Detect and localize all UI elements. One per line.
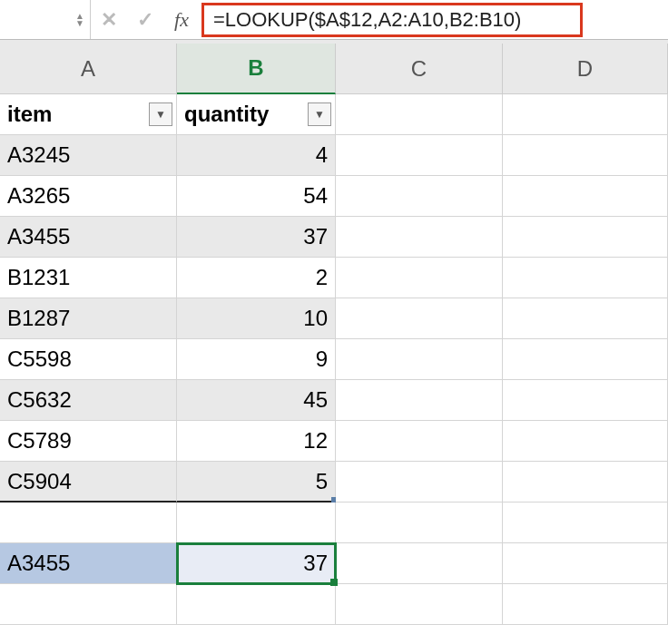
cell-empty[interactable]: [503, 94, 668, 135]
cell-empty[interactable]: [336, 421, 503, 462]
formula-input-wrap: =LOOKUP($A$12,A2:A10,B2:B10): [200, 0, 668, 39]
accept-button[interactable]: ✓: [127, 0, 163, 39]
cell-empty[interactable]: [503, 258, 668, 298]
cell-empty[interactable]: [336, 298, 503, 339]
spreadsheet-grid[interactable]: item ▼ quantity ▼ A3245 4 A3265 54 A3455…: [0, 94, 668, 625]
table-row: A3265 54: [0, 176, 668, 217]
cell-item[interactable]: B1287: [0, 298, 177, 339]
lookup-row: A3455 37: [0, 543, 668, 584]
cell-item[interactable]: C5598: [0, 339, 177, 380]
cell-empty[interactable]: [503, 503, 668, 543]
header-quantity[interactable]: quantity ▼: [177, 94, 336, 135]
filter-quantity-button[interactable]: ▼: [308, 102, 331, 126]
cell-empty[interactable]: [503, 217, 668, 258]
cell-empty[interactable]: [336, 135, 503, 176]
cell-quantity[interactable]: 2: [177, 258, 336, 298]
cell-empty[interactable]: [503, 339, 668, 380]
table-header-row: item ▼ quantity ▼: [0, 94, 668, 135]
filter-item-button[interactable]: ▼: [149, 102, 172, 126]
lookup-key-cell[interactable]: A3455: [0, 543, 177, 584]
formula-input[interactable]: =LOOKUP($A$12,A2:A10,B2:B10): [201, 3, 583, 37]
table-row: C5632 45: [0, 380, 668, 421]
cell-empty[interactable]: [336, 584, 503, 625]
fx-label[interactable]: fx: [163, 0, 200, 39]
header-item[interactable]: item ▼: [0, 94, 177, 135]
col-header-A[interactable]: A: [0, 44, 177, 94]
name-box-spinner[interactable]: ▲ ▼: [75, 13, 84, 27]
cell-empty[interactable]: [336, 94, 503, 135]
table-row: [0, 503, 668, 543]
cell-quantity[interactable]: 9: [177, 339, 336, 380]
table-row: C5598 9: [0, 339, 668, 380]
cell-empty[interactable]: [503, 176, 668, 217]
chevron-down-icon: ▼: [314, 108, 325, 121]
cell-empty[interactable]: [503, 462, 668, 503]
cell-item[interactable]: A3265: [0, 176, 177, 217]
cell-empty[interactable]: [336, 217, 503, 258]
formula-bar: ▲ ▼ ✕ ✓ fx =LOOKUP($A$12,A2:A10,B2:B10): [0, 0, 668, 40]
table-row: A3245 4: [0, 135, 668, 176]
cell-quantity[interactable]: 54: [177, 176, 336, 217]
cancel-button[interactable]: ✕: [91, 0, 127, 39]
cell-empty[interactable]: [503, 543, 668, 584]
cell-quantity[interactable]: 12: [177, 421, 336, 462]
table-row: [0, 584, 668, 625]
cell-empty[interactable]: [336, 380, 503, 421]
name-box[interactable]: ▲ ▼: [0, 0, 91, 39]
spinner-down-icon[interactable]: ▼: [75, 20, 84, 27]
cell-empty[interactable]: [336, 543, 503, 584]
table-row: C5904 5: [0, 462, 668, 503]
cell-empty[interactable]: [177, 503, 336, 543]
table-row: B1287 10: [0, 298, 668, 339]
cell-empty[interactable]: [336, 176, 503, 217]
cell-item[interactable]: C5904: [0, 462, 177, 503]
lookup-result-cell[interactable]: 37: [177, 543, 336, 584]
cell-empty[interactable]: [503, 380, 668, 421]
cell-item[interactable]: B1231: [0, 258, 177, 298]
cell-empty[interactable]: [0, 503, 177, 543]
cell-item[interactable]: A3455: [0, 217, 177, 258]
cell-empty[interactable]: [336, 503, 503, 543]
cell-empty[interactable]: [503, 298, 668, 339]
check-icon: ✓: [137, 8, 153, 32]
col-header-D[interactable]: D: [503, 44, 668, 94]
col-header-B[interactable]: B: [177, 44, 336, 94]
cell-quantity[interactable]: 37: [177, 217, 336, 258]
cell-quantity[interactable]: 5: [177, 462, 336, 503]
cell-quantity[interactable]: 4: [177, 135, 336, 176]
header-quantity-label: quantity: [184, 102, 269, 127]
table-row: A3455 37: [0, 217, 668, 258]
cell-empty[interactable]: [0, 584, 177, 625]
cell-quantity[interactable]: 45: [177, 380, 336, 421]
cell-empty[interactable]: [503, 584, 668, 625]
close-icon: ✕: [101, 8, 117, 32]
cell-item[interactable]: C5632: [0, 380, 177, 421]
cell-empty[interactable]: [336, 462, 503, 503]
chevron-down-icon: ▼: [155, 108, 166, 121]
col-header-C[interactable]: C: [336, 44, 503, 94]
cell-empty[interactable]: [503, 135, 668, 176]
table-row: C5789 12: [0, 421, 668, 462]
cell-empty[interactable]: [336, 258, 503, 298]
header-item-label: item: [7, 102, 52, 127]
cell-item[interactable]: A3245: [0, 135, 177, 176]
cell-empty[interactable]: [336, 339, 503, 380]
fill-handle-icon[interactable]: [330, 579, 338, 586]
cell-item[interactable]: C5789: [0, 421, 177, 462]
cell-quantity[interactable]: 10: [177, 298, 336, 339]
table-row: B1231 2: [0, 258, 668, 298]
cell-empty[interactable]: [503, 421, 668, 462]
column-headers: A B C D: [0, 40, 668, 94]
cell-empty[interactable]: [177, 584, 336, 625]
